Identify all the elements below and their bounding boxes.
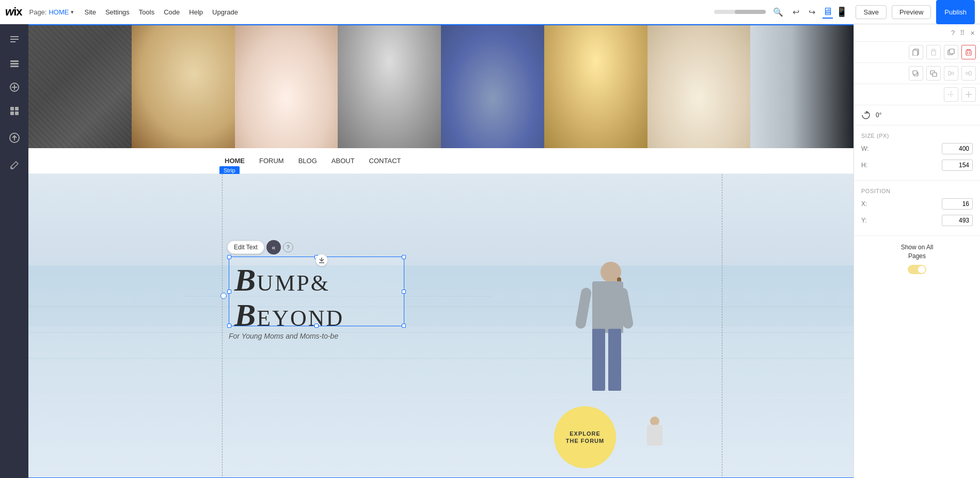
explore-line2: THE FORUM: [566, 437, 604, 444]
topbar-help[interactable]: Help: [189, 8, 203, 16]
rpanel-help-icon[interactable]: ?: [951, 29, 955, 37]
svg-rect-11: [10, 111, 14, 115]
photo-strip-item-1[interactable]: [28, 24, 132, 148]
page-label: Page:: [29, 8, 46, 16]
topbar-settings[interactable]: Settings: [105, 8, 130, 16]
rpanel-align-row: [854, 84, 980, 105]
nav-blog[interactable]: BLOG: [298, 157, 317, 165]
explore-forum-button[interactable]: EXPLORE THE FORUM: [554, 406, 616, 468]
rpanel-paste-button[interactable]: [926, 45, 941, 59]
rpanel-align-center-button[interactable]: [961, 87, 976, 102]
size-section: Size (px) W: H:: [854, 125, 980, 181]
sidebar-layers-icon[interactable]: [4, 53, 25, 74]
x-row: X:: [861, 198, 973, 210]
topbar-site[interactable]: Site: [84, 8, 96, 16]
show-all-toggle[interactable]: [908, 265, 926, 274]
rpanel-align-top-button[interactable]: [944, 87, 958, 102]
zoom-out-button[interactable]: 🔍: [771, 5, 785, 19]
mobile-icon[interactable]: 📱: [836, 6, 847, 18]
wix-logo: wix: [5, 5, 22, 19]
svg-rect-4: [10, 63, 19, 65]
svg-rect-26: [932, 49, 935, 51]
rotation-value: 0°: [876, 111, 881, 119]
sidebar-pages-icon[interactable]: [4, 29, 25, 50]
edit-text-button[interactable]: Edit Text: [227, 241, 264, 254]
rpanel-align-left-layer-button[interactable]: [944, 66, 958, 81]
rpanel-action-icons: [854, 42, 980, 63]
handle-middle-left[interactable]: [227, 290, 231, 294]
svg-rect-12: [15, 111, 19, 115]
rpanel-delete-button[interactable]: [961, 45, 976, 59]
rpanel-send-back-button[interactable]: [926, 66, 941, 81]
editor-container: HOME FORUM BLOG ABOUT CONTACT Strip: [0, 24, 980, 478]
editor-main: HOME FORUM BLOG ABOUT CONTACT Strip: [28, 24, 853, 478]
page-chevron-icon[interactable]: ▾: [71, 9, 74, 15]
size-section-title: Size (px): [861, 133, 973, 139]
nav-home[interactable]: HOME: [225, 157, 245, 165]
x-input[interactable]: [942, 198, 973, 210]
page-name[interactable]: HOME: [49, 8, 69, 16]
topbar-upgrade[interactable]: Upgrade: [212, 8, 238, 16]
height-label: H:: [861, 162, 867, 169]
scroll-indicator[interactable]: [714, 10, 766, 14]
handle-bottom-middle[interactable]: [314, 324, 319, 328]
photo-strip-item-4[interactable]: [338, 24, 441, 148]
rpanel-bring-forward-button[interactable]: [909, 66, 923, 81]
handle-middle-right[interactable]: [402, 290, 406, 294]
hero-section[interactable]: Edit Text « ? BUMP& BEYON: [28, 174, 853, 478]
svg-rect-41: [969, 71, 971, 75]
nav-contact[interactable]: CONTACT: [369, 157, 401, 165]
handle-bottom-left[interactable]: [227, 324, 231, 328]
preview-button[interactable]: Preview: [892, 5, 931, 19]
sidebar-add-icon[interactable]: [4, 77, 25, 98]
hero-title: BUMP& BEYOND: [229, 257, 404, 334]
strip-label[interactable]: Strip: [219, 166, 240, 174]
redo-button[interactable]: ↪: [807, 5, 817, 19]
sidebar-pen-icon[interactable]: [4, 154, 25, 175]
handle-bottom-right[interactable]: [402, 324, 406, 328]
topbar-right: 🔍 ↩ ↪ 🖥 📱 Save Preview Publish: [714, 0, 975, 24]
save-button[interactable]: Save: [856, 5, 887, 19]
topbar-nav: Site Settings Tools Code Help Upgrade: [84, 8, 714, 16]
rpanel-copy-button[interactable]: [909, 45, 923, 59]
desktop-icon[interactable]: 🖥: [823, 6, 833, 19]
svg-rect-10: [15, 107, 19, 110]
width-input[interactable]: [942, 143, 973, 154]
photo-strip-item-6[interactable]: [544, 24, 647, 148]
undo-button[interactable]: ↩: [791, 5, 801, 19]
topbar-tools[interactable]: Tools: [139, 8, 154, 16]
nav-bar: HOME FORUM BLOG ABOUT CONTACT Strip: [28, 148, 853, 174]
child-figure: [642, 417, 668, 458]
height-input[interactable]: [942, 160, 973, 171]
nav-forum[interactable]: FORUM: [259, 157, 284, 165]
explore-line1: EXPLORE: [570, 430, 600, 437]
photo-strip-item-8[interactable]: [750, 24, 853, 148]
sidebar-upload-icon[interactable]: [4, 128, 25, 148]
text-box-selected[interactable]: BUMP& BEYOND: [229, 257, 404, 326]
photo-strip: [28, 24, 853, 148]
rpanel-close-icon[interactable]: ×: [970, 28, 975, 37]
rpanel-align-right-layer-button[interactable]: [961, 66, 976, 81]
rotation-handle[interactable]: [220, 293, 227, 299]
back-icon: «: [272, 244, 275, 251]
back-nav-button[interactable]: «: [266, 240, 281, 254]
sidebar-apps-icon[interactable]: [4, 101, 25, 121]
topbar-code[interactable]: Code: [164, 8, 180, 16]
help-button[interactable]: ?: [283, 242, 293, 252]
rpanel-dots-icon[interactable]: ⠿: [960, 29, 965, 37]
handle-top-right[interactable]: [402, 255, 406, 259]
handle-top-left[interactable]: [227, 255, 231, 259]
nav-about[interactable]: ABOUT: [331, 157, 355, 165]
photo-strip-item-3[interactable]: [235, 24, 338, 148]
device-switcher: 🖥 📱: [823, 6, 847, 19]
y-input[interactable]: [942, 215, 973, 226]
rotation-icon: [861, 110, 871, 120]
photo-strip-item-7[interactable]: [647, 24, 751, 148]
hero-water: [28, 265, 853, 478]
download-button[interactable]: [315, 254, 328, 266]
photo-strip-item-2[interactable]: [132, 24, 235, 148]
photo-strip-item-5[interactable]: [441, 24, 544, 148]
svg-rect-40: [952, 72, 954, 74]
publish-button[interactable]: Publish: [936, 0, 975, 24]
rpanel-duplicate-button[interactable]: [944, 45, 958, 59]
